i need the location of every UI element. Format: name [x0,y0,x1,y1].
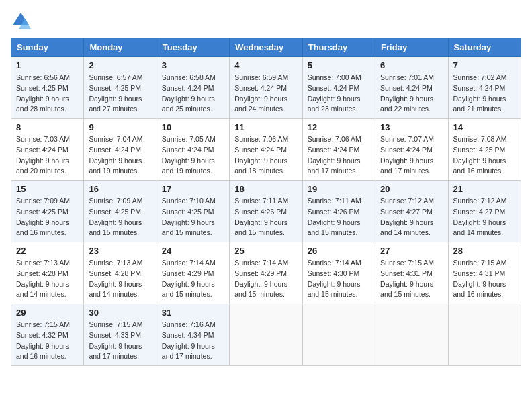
weekday-header-thursday: Thursday [302,38,375,57]
day-number: 9 [89,122,151,132]
calendar-week-row: 29 Sunrise: 7:15 AM Sunset: 4:32 PM Dayl… [11,304,521,366]
calendar-day-cell: 21 Sunrise: 7:12 AM Sunset: 4:27 PM Dayl… [448,181,521,242]
day-number: 17 [162,184,224,194]
calendar-day-cell: 30 Sunrise: 7:15 AM Sunset: 4:33 PM Dayl… [84,304,157,366]
calendar-day-cell: 19 Sunrise: 7:11 AM Sunset: 4:26 PM Dayl… [302,181,375,242]
day-info: Sunrise: 7:15 AM Sunset: 4:32 PM Dayligh… [16,320,79,362]
day-info: Sunrise: 7:13 AM Sunset: 4:28 PM Dayligh… [89,258,151,300]
day-number: 19 [308,184,370,194]
day-number: 27 [380,246,443,256]
day-info: Sunrise: 7:04 AM Sunset: 4:24 PM Dayligh… [89,134,151,177]
calendar-day-cell: 12 Sunrise: 7:06 AM Sunset: 4:24 PM Dayl… [302,119,375,181]
day-info: Sunrise: 7:02 AM Sunset: 4:24 PM Dayligh… [453,73,516,115]
calendar-day-cell: 18 Sunrise: 7:11 AM Sunset: 4:26 PM Dayl… [230,181,302,242]
calendar-day-cell: 16 Sunrise: 7:09 AM Sunset: 4:25 PM Dayl… [84,181,157,242]
calendar-day-cell: 22 Sunrise: 7:13 AM Sunset: 4:28 PM Dayl… [11,242,84,304]
day-number: 3 [162,60,224,71]
calendar-day-cell: 2 Sunrise: 6:57 AM Sunset: 4:25 PM Dayli… [84,57,157,119]
day-number: 14 [453,122,516,132]
day-number: 1 [16,60,79,71]
day-info: Sunrise: 7:15 AM Sunset: 4:31 PM Dayligh… [380,258,443,300]
day-number: 26 [308,246,370,256]
day-number: 10 [162,122,224,132]
calendar-day-cell: 1 Sunrise: 6:56 AM Sunset: 4:25 PM Dayli… [11,57,84,119]
calendar-day-cell: 31 Sunrise: 7:16 AM Sunset: 4:34 PM Dayl… [157,304,229,366]
calendar-day-cell: 3 Sunrise: 6:58 AM Sunset: 4:24 PM Dayli… [157,57,229,119]
day-info: Sunrise: 7:09 AM Sunset: 4:25 PM Dayligh… [89,196,151,238]
day-number: 24 [162,246,224,256]
day-info: Sunrise: 7:00 AM Sunset: 4:24 PM Dayligh… [308,73,370,115]
calendar-day-cell [230,304,302,366]
day-info: Sunrise: 7:14 AM Sunset: 4:29 PM Dayligh… [162,258,224,300]
calendar-day-cell [448,304,521,366]
day-info: Sunrise: 7:14 AM Sunset: 4:29 PM Dayligh… [234,258,297,300]
day-info: Sunrise: 6:58 AM Sunset: 4:24 PM Dayligh… [162,73,224,115]
day-number: 5 [308,60,370,71]
day-info: Sunrise: 7:10 AM Sunset: 4:25 PM Dayligh… [162,196,224,238]
calendar-day-cell: 8 Sunrise: 7:03 AM Sunset: 4:24 PM Dayli… [11,119,84,181]
calendar-day-cell: 15 Sunrise: 7:09 AM Sunset: 4:25 PM Dayl… [11,181,84,242]
calendar-day-cell [302,304,375,366]
calendar-day-cell: 20 Sunrise: 7:12 AM Sunset: 4:27 PM Dayl… [375,181,448,242]
day-info: Sunrise: 7:09 AM Sunset: 4:25 PM Dayligh… [16,196,79,238]
day-number: 25 [234,246,297,256]
calendar-day-cell [375,304,448,366]
calendar-week-row: 1 Sunrise: 6:56 AM Sunset: 4:25 PM Dayli… [11,57,521,119]
day-number: 31 [162,308,224,318]
day-number: 20 [380,184,443,194]
calendar-day-cell: 26 Sunrise: 7:14 AM Sunset: 4:30 PM Dayl… [302,242,375,304]
day-info: Sunrise: 7:12 AM Sunset: 4:27 PM Dayligh… [453,196,516,238]
calendar-day-cell: 4 Sunrise: 6:59 AM Sunset: 4:24 PM Dayli… [230,57,302,119]
calendar-day-cell: 7 Sunrise: 7:02 AM Sunset: 4:24 PM Dayli… [448,57,521,119]
day-number: 2 [89,60,151,71]
day-number: 6 [380,60,443,71]
day-info: Sunrise: 7:05 AM Sunset: 4:24 PM Dayligh… [162,134,224,177]
day-info: Sunrise: 7:06 AM Sunset: 4:24 PM Dayligh… [234,134,297,177]
day-info: Sunrise: 7:06 AM Sunset: 4:24 PM Dayligh… [308,134,370,177]
calendar-week-row: 8 Sunrise: 7:03 AM Sunset: 4:24 PM Dayli… [11,119,521,181]
day-number: 15 [16,184,79,194]
calendar-day-cell: 5 Sunrise: 7:00 AM Sunset: 4:24 PM Dayli… [302,57,375,119]
day-info: Sunrise: 7:11 AM Sunset: 4:26 PM Dayligh… [234,196,297,238]
day-number: 23 [89,246,151,256]
day-number: 28 [453,246,516,256]
day-info: Sunrise: 7:16 AM Sunset: 4:34 PM Dayligh… [162,320,224,362]
weekday-header-saturday: Saturday [448,38,521,57]
page-header [11,11,521,31]
day-number: 22 [16,246,79,256]
day-number: 21 [453,184,516,194]
weekday-header-wednesday: Wednesday [230,38,302,57]
calendar-day-cell: 9 Sunrise: 7:04 AM Sunset: 4:24 PM Dayli… [84,119,157,181]
day-info: Sunrise: 7:15 AM Sunset: 4:31 PM Dayligh… [453,258,516,300]
calendar-day-cell: 24 Sunrise: 7:14 AM Sunset: 4:29 PM Dayl… [157,242,229,304]
calendar-day-cell: 11 Sunrise: 7:06 AM Sunset: 4:24 PM Dayl… [230,119,302,181]
calendar-day-cell: 17 Sunrise: 7:10 AM Sunset: 4:25 PM Dayl… [157,181,229,242]
calendar-day-cell: 14 Sunrise: 7:08 AM Sunset: 4:25 PM Dayl… [448,119,521,181]
day-info: Sunrise: 7:08 AM Sunset: 4:25 PM Dayligh… [453,134,516,177]
weekday-header-tuesday: Tuesday [157,38,229,57]
day-number: 13 [380,122,443,132]
calendar-day-cell: 25 Sunrise: 7:14 AM Sunset: 4:29 PM Dayl… [230,242,302,304]
weekday-header-friday: Friday [375,38,448,57]
calendar-day-cell: 27 Sunrise: 7:15 AM Sunset: 4:31 PM Dayl… [375,242,448,304]
day-info: Sunrise: 6:59 AM Sunset: 4:24 PM Dayligh… [234,73,297,115]
day-info: Sunrise: 7:11 AM Sunset: 4:26 PM Dayligh… [308,196,370,238]
calendar-day-cell: 13 Sunrise: 7:07 AM Sunset: 4:24 PM Dayl… [375,119,448,181]
day-info: Sunrise: 7:07 AM Sunset: 4:24 PM Dayligh… [380,134,443,177]
day-info: Sunrise: 7:03 AM Sunset: 4:24 PM Dayligh… [16,134,79,177]
calendar-day-cell: 6 Sunrise: 7:01 AM Sunset: 4:24 PM Dayli… [375,57,448,119]
day-number: 30 [89,308,151,318]
day-info: Sunrise: 7:15 AM Sunset: 4:33 PM Dayligh… [89,320,151,362]
day-number: 18 [234,184,297,194]
calendar-week-row: 15 Sunrise: 7:09 AM Sunset: 4:25 PM Dayl… [11,181,521,242]
day-info: Sunrise: 6:57 AM Sunset: 4:25 PM Dayligh… [89,73,151,115]
calendar-day-cell: 10 Sunrise: 7:05 AM Sunset: 4:24 PM Dayl… [157,119,229,181]
day-info: Sunrise: 7:14 AM Sunset: 4:30 PM Dayligh… [308,258,370,300]
calendar-day-cell: 28 Sunrise: 7:15 AM Sunset: 4:31 PM Dayl… [448,242,521,304]
day-info: Sunrise: 7:01 AM Sunset: 4:24 PM Dayligh… [380,73,443,115]
day-info: Sunrise: 7:12 AM Sunset: 4:27 PM Dayligh… [380,196,443,238]
calendar-table: SundayMondayTuesdayWednesdayThursdayFrid… [11,38,521,366]
day-number: 29 [16,308,79,318]
day-number: 11 [234,122,297,132]
day-info: Sunrise: 7:13 AM Sunset: 4:28 PM Dayligh… [16,258,79,300]
